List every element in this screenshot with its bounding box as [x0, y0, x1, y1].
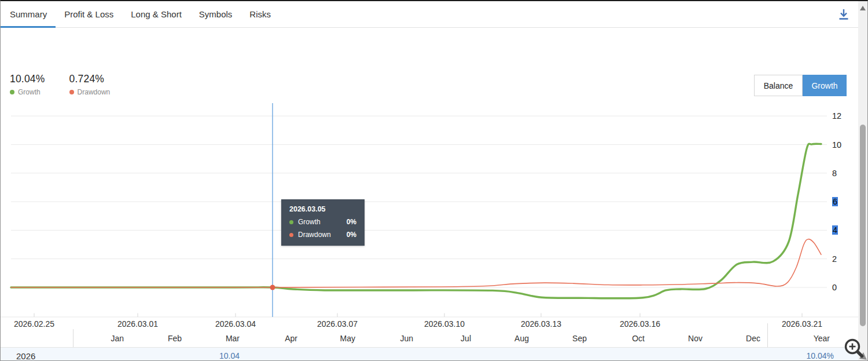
month-cell-apr: Apr	[247, 331, 304, 346]
month-value-cell-apr	[247, 351, 304, 360]
x-axis-label: 2026.03.10	[404, 319, 485, 329]
year-column-divider	[73, 329, 73, 347]
month-value-cell-may	[304, 351, 362, 360]
month-cell-feb: Feb	[131, 331, 189, 346]
balance-button[interactable]: Balance	[754, 75, 803, 96]
month-value-cell-jun	[362, 351, 420, 360]
month-value-cell-sep	[536, 351, 594, 360]
month-value-cell-mar[interactable]: 10.04	[189, 351, 247, 360]
scrollbar-up-arrow-icon[interactable]	[860, 6, 866, 10]
x-axis-label: 2026.02.25	[0, 319, 75, 329]
y-axis-label-2: 2	[832, 253, 837, 265]
month-value-cell-aug	[478, 351, 536, 360]
tooltip-date: 2026.03.05	[289, 205, 356, 213]
stat-growth: 10.04% Growth	[10, 73, 45, 96]
signal-statistics-panel: Summary Profit & Loss Long & Short Symbo…	[0, 0, 868, 361]
growth-chart-plot[interactable]	[1, 100, 859, 318]
month-cell-may: May	[304, 331, 362, 346]
stats-summary: 10.04% Growth 0.724% Drawdown	[10, 73, 110, 96]
month-value-cell-nov	[652, 351, 709, 360]
tab-long-short[interactable]: Long & Short	[122, 1, 190, 27]
download-button[interactable]	[835, 7, 852, 23]
month-value-cell-feb	[131, 351, 189, 360]
chart-tooltip: 2026.03.05 Growth 0% Drawdown 0%	[281, 199, 365, 246]
month-cell-mar: Mar	[189, 331, 247, 346]
y-axis-label-0: 0	[832, 282, 837, 293]
year-column-label: Year	[767, 331, 851, 346]
year-label: 2026	[16, 351, 35, 361]
growth-legend-dot-icon	[10, 90, 14, 94]
stat-drawdown: 0.724% Drawdown	[69, 73, 111, 96]
tooltip-growth-dot-icon	[289, 220, 293, 224]
year-values-row: 2026 10.04 10.04%	[1, 347, 859, 361]
year-total-divider	[767, 323, 768, 347]
month-values-row: 10.04	[73, 351, 767, 360]
x-axis-label: 2026.03.13	[501, 319, 582, 329]
series-growth	[11, 144, 821, 298]
x-axis-label: 2026.03.04	[195, 319, 276, 329]
month-cell-jul: Jul	[420, 331, 478, 346]
month-value-cell-jul	[420, 351, 478, 360]
month-value-cell-oct	[594, 351, 652, 360]
month-value-cell-jan	[73, 351, 131, 360]
x-axis-label: 2026.03.21	[762, 319, 843, 329]
drawdown-value: 0.724%	[69, 73, 111, 85]
month-cell-jun: Jun	[362, 331, 420, 346]
month-cell-dec: Dec	[709, 331, 767, 346]
tab-bar: Summary Profit & Loss Long & Short Symbo…	[1, 1, 859, 28]
hover-point-marker	[270, 285, 275, 290]
y-axis-label-8: 8	[832, 167, 837, 179]
x-axis-label: 2026.03.01	[97, 319, 178, 329]
growth-value: 10.04%	[10, 73, 45, 85]
month-cell-aug: Aug	[478, 331, 536, 346]
year-total-value[interactable]: 10.04%	[767, 351, 851, 360]
download-icon	[835, 7, 852, 23]
drawdown-label: Drawdown	[78, 88, 111, 96]
tab-profit-loss[interactable]: Profit & Loss	[56, 1, 122, 27]
tooltip-drawdown-dot-icon	[289, 233, 293, 237]
month-value-cell-dec	[709, 351, 767, 360]
y-axis-label-6: 6	[832, 196, 838, 207]
tab-summary[interactable]: Summary	[1, 1, 56, 27]
magnifier-plus-icon	[840, 335, 868, 361]
x-axis-label: 2026.03.16	[599, 319, 681, 329]
zoom-cursor[interactable]	[840, 335, 868, 361]
growth-label: Growth	[18, 88, 41, 96]
months-header-row: JanFebMarAprMayJunJulAugSepOctNovDec	[73, 331, 767, 346]
y-axis-label-10: 10	[832, 139, 841, 151]
month-cell-sep: Sep	[536, 331, 594, 346]
tab-risks[interactable]: Risks	[241, 1, 279, 27]
y-axis-label-4: 4	[832, 224, 838, 236]
drawdown-legend-dot-icon	[69, 90, 74, 94]
month-cell-oct: Oct	[594, 331, 652, 346]
month-cell-jan: Jan	[73, 331, 131, 346]
scrollbar-thumb[interactable]	[860, 125, 866, 326]
tooltip-row-drawdown: Drawdown 0%	[289, 231, 356, 239]
x-axis-label: 2026.03.07	[297, 319, 378, 329]
chart-mode-toggle: Balance Growth	[754, 75, 847, 96]
tooltip-row-growth: Growth 0%	[289, 218, 356, 226]
month-cell-nov: Nov	[652, 331, 709, 346]
growth-button[interactable]: Growth	[803, 75, 847, 96]
series-drawdown	[11, 239, 821, 287]
y-axis-label-12: 12	[832, 110, 841, 122]
tab-symbols[interactable]: Symbols	[190, 1, 241, 27]
